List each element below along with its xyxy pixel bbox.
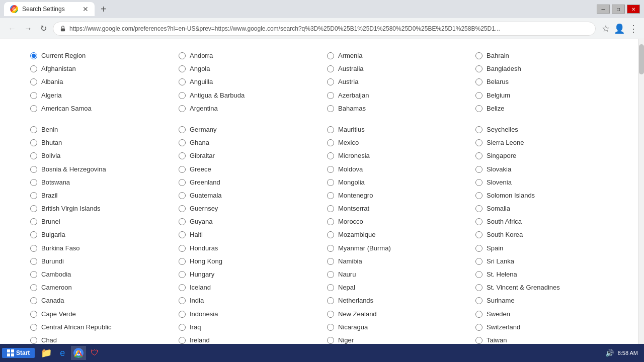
list-item[interactable]: Azerbaijan	[327, 89, 465, 102]
region-radio-st-vincent[interactable]	[475, 284, 482, 291]
list-item[interactable]: Cape Verde	[30, 308, 169, 321]
region-label[interactable]: Sweden	[487, 310, 510, 319]
region-radio-sri-lanka[interactable]	[475, 258, 482, 265]
region-label[interactable]: Guyana	[190, 217, 213, 226]
region-label[interactable]: Antigua & Barbuda	[190, 91, 245, 100]
region-label[interactable]: Nauru	[338, 270, 356, 279]
list-item[interactable]: Hungary	[179, 268, 317, 281]
region-label[interactable]: Brunei	[41, 217, 60, 226]
list-item[interactable]: Solomon Islands	[475, 189, 614, 202]
region-radio-south-korea[interactable]	[475, 231, 482, 238]
region-radio-hungary[interactable]	[179, 271, 186, 278]
list-item[interactable]: Netherlands	[327, 294, 465, 307]
list-item[interactable]: Andorra	[179, 49, 317, 62]
region-label[interactable]: Bosnia & Herzegovina	[41, 165, 106, 174]
list-item[interactable]: Guyana	[179, 215, 317, 228]
list-item[interactable]: Sri Lanka	[475, 255, 614, 268]
list-item[interactable]: Bahamas	[327, 102, 465, 115]
region-label[interactable]: Gibraltar	[190, 151, 215, 160]
region-radio-bahamas[interactable]	[327, 105, 334, 112]
region-label[interactable]: Armenia	[338, 51, 362, 60]
forward-button[interactable]: →	[22, 22, 34, 35]
region-label[interactable]: Mongolia	[338, 178, 365, 187]
list-item[interactable]: South Korea	[475, 228, 614, 241]
new-tab-button[interactable]: +	[101, 4, 107, 15]
region-radio-bangladesh[interactable]	[475, 65, 482, 72]
region-label[interactable]: Montserrat	[338, 204, 369, 213]
list-item[interactable]: British Virgin Islands	[30, 202, 169, 215]
region-label[interactable]: Solomon Islands	[487, 191, 535, 200]
list-item[interactable]: Guatemala	[179, 189, 317, 202]
list-item[interactable]: Guernsey	[179, 202, 317, 215]
region-label[interactable]: Moldova	[338, 165, 363, 174]
region-label[interactable]: Bangladesh	[487, 64, 521, 73]
list-item[interactable]: Sweden	[475, 308, 614, 321]
region-label[interactable]: Mozambique	[338, 230, 375, 239]
region-radio-cameroon[interactable]	[30, 284, 37, 291]
list-item[interactable]: Bolivia	[30, 149, 169, 162]
region-label[interactable]: Switzerland	[487, 323, 520, 332]
region-label[interactable]: Brazil	[41, 191, 58, 200]
taskbar-ie-icon[interactable]: e	[55, 346, 70, 360]
region-label[interactable]: Mexico	[338, 138, 359, 147]
list-item[interactable]: Cameroon	[30, 281, 169, 294]
region-label[interactable]: Niger	[338, 336, 354, 344]
list-item[interactable]: Morocco	[327, 215, 465, 228]
list-item[interactable]: Bahrain	[475, 49, 614, 62]
list-item[interactable]: Burundi	[30, 255, 169, 268]
region-radio-montserrat[interactable]	[327, 205, 334, 212]
region-label[interactable]: St. Helena	[487, 270, 517, 279]
list-item[interactable]: Switzerland	[475, 321, 614, 334]
region-radio-bhutan[interactable]	[30, 139, 37, 146]
list-item[interactable]: Austria	[327, 75, 465, 88]
list-item[interactable]: Afghanistan	[30, 62, 169, 75]
region-label[interactable]: New Zealand	[338, 310, 377, 319]
region-radio-myanmar[interactable]	[327, 245, 334, 252]
region-label[interactable]: Chad	[41, 336, 57, 344]
list-item[interactable]: Bhutan	[30, 136, 169, 149]
region-radio-spain[interactable]	[475, 245, 482, 252]
region-radio-brunei[interactable]	[30, 218, 37, 225]
region-label[interactable]: Argentina	[190, 104, 218, 113]
region-radio-indonesia[interactable]	[179, 311, 186, 318]
region-label[interactable]: Nepal	[338, 283, 355, 292]
region-radio-moldova[interactable]	[327, 166, 334, 173]
region-label[interactable]: Greece	[190, 165, 211, 174]
list-item[interactable]: Antigua & Barbuda	[179, 89, 317, 102]
region-label[interactable]: Afghanistan	[41, 64, 76, 73]
region-radio-nauru[interactable]	[327, 271, 334, 278]
list-item[interactable]: Botswana	[30, 176, 169, 189]
list-item[interactable]: Myanmar (Burma)	[327, 242, 465, 255]
list-item[interactable]: New Zealand	[327, 308, 465, 321]
region-label[interactable]: South Africa	[487, 217, 522, 226]
region-label[interactable]: British Virgin Islands	[41, 204, 101, 213]
list-item[interactable]: Iraq	[179, 321, 317, 334]
region-radio-honduras[interactable]	[179, 245, 186, 252]
region-radio-guernsey[interactable]	[179, 205, 186, 212]
region-label[interactable]: Ghana	[190, 138, 209, 147]
region-label[interactable]: Myanmar (Burma)	[338, 244, 391, 253]
menu-icon[interactable]: ⋮	[629, 23, 638, 34]
maximize-button[interactable]: □	[612, 5, 625, 14]
list-item[interactable]: Canada	[30, 294, 169, 307]
region-radio-american-samoa[interactable]	[30, 105, 37, 112]
region-radio-sweden[interactable]	[475, 311, 482, 318]
region-radio-slovakia[interactable]	[475, 166, 482, 173]
list-item[interactable]: Mexico	[327, 136, 465, 149]
bookmark-icon[interactable]: ☆	[602, 23, 610, 34]
list-item[interactable]: Suriname	[475, 294, 614, 307]
list-item[interactable]: Bangladesh	[475, 62, 614, 75]
reload-button[interactable]: ↻	[38, 22, 49, 35]
region-label[interactable]: Algeria	[41, 91, 61, 100]
region-radio-nepal[interactable]	[327, 284, 334, 291]
region-label[interactable]: Cameroon	[41, 283, 72, 292]
list-item[interactable]: Montserrat	[327, 202, 465, 215]
region-label[interactable]: Indonesia	[190, 310, 218, 319]
region-radio-cambodia[interactable]	[30, 271, 37, 278]
browser-tab[interactable]: G Search Settings ✕	[4, 2, 95, 16]
list-item[interactable]: Benin	[30, 123, 169, 136]
region-radio-st-helena[interactable]	[475, 271, 482, 278]
list-item[interactable]: India	[179, 294, 317, 307]
region-radio-ireland[interactable]	[179, 337, 186, 344]
region-radio-ghana[interactable]	[179, 139, 186, 146]
